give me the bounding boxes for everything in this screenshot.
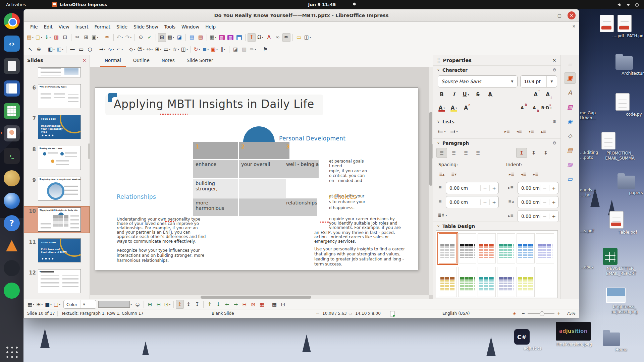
heading-personal-development[interactable]: Personal Development [279,135,345,142]
border-color-combobox[interactable]: Color ▼ [63,300,96,309]
dropdown-arrow-icon[interactable]: ▼ [546,76,557,87]
zoom-in-button[interactable]: + [557,311,560,316]
desktop-icon[interactable]: NEWSLETTER_EMAIL_REPORT [603,248,640,276]
dropdown-arrow-icon[interactable]: ▾ [310,36,311,39]
dropdown-arrow-icon[interactable]: ▾ [143,48,145,51]
chrome[interactable] [4,13,20,29]
insert-row-below[interactable]: ↓▾ [214,300,222,309]
undo[interactable]: ↶▾ [116,33,124,42]
decrease-stepper[interactable]: − [480,185,489,191]
slide-thumb-6[interactable]: 6 The 16 Personality Types The 16 Person… [24,83,90,110]
font-size-value[interactable]: 10.9 pt [521,79,546,84]
table-cell[interactable]: your overall [239,160,284,178]
spelling[interactable]: ✓▾ [146,33,154,42]
dropdown-arrow-icon[interactable]: ▾ [169,48,170,51]
clear-formatting[interactable]: A✕ ▾ [461,103,471,113]
collapse-icon[interactable]: ∨ [437,68,440,72]
tab-animation[interactable]: ▥ [564,159,576,170]
career-choices-text-2[interactable]: Use your personality insights to find a … [314,231,405,267]
ordered-list[interactable]: ≕▾ [448,126,459,136]
redo[interactable]: ↷▾ [124,33,132,42]
slide-thumbnail[interactable]: Criticisms and Limitations of MBTI YOUR … [38,238,81,262]
underline[interactable]: U▾ [461,89,471,100]
wine-app[interactable] [4,170,20,186]
relationships-text-2[interactable]: Recognize how your type influences youri… [117,233,204,263]
sidebar-grip-icon[interactable]: ⣿ [437,58,440,63]
close-button[interactable]: ✕ [568,11,576,19]
dropdown-arrow-icon[interactable]: ▾ [41,36,42,39]
slide-canvas[interactable]: Applying MBTI Insights in Daily Life Per… [90,67,429,295]
align-left[interactable]: ≡ [436,148,447,158]
menu-item[interactable]: View [56,23,72,31]
help[interactable]: ? [4,215,20,231]
select-table[interactable]: ▦▾ [270,300,278,309]
align-center[interactable]: ≡ [448,148,459,158]
table-cell[interactable]: 1 [193,142,238,159]
slide-thumb-11[interactable]: 11 Criticisms and Limitations of MBTI YO… [24,237,90,264]
table-cell[interactable] [239,198,284,216]
desktop-icon[interactable]: Table.pdf [609,211,644,235]
tab-shapes[interactable]: ◇ [564,130,576,141]
dropdown-arrow-icon[interactable]: ▾ [32,36,34,39]
flowchart-shapes[interactable]: ⊞▾ [154,45,162,54]
dropdown-arrow-icon[interactable]: ▾ [216,48,218,51]
decrease-font-size[interactable]: A↓ [542,89,553,100]
insert-table[interactable]: ▦▾ [209,33,217,42]
section-lists[interactable]: Lists [442,119,454,124]
snap-guides[interactable]: ▦▾ [167,33,175,42]
dropdown-arrow-icon[interactable]: ▾ [151,48,153,51]
desktop-icon[interactable]: Architecture [615,53,644,76]
italic[interactable]: I▾ [448,89,459,100]
save[interactable]: ⇓▾ [44,33,52,42]
subscript[interactable]: AB▾ [529,103,540,113]
menu-item[interactable]: File [27,23,41,31]
sidebar-menu[interactable]: ≡ [564,58,576,69]
merge-cells[interactable]: ⊞▾ [146,300,154,309]
promote[interactable]: ◂≣ [514,126,525,136]
spotify[interactable] [4,283,20,299]
style-red[interactable] [478,233,496,263]
distribution[interactable]: ∥▾ [219,45,227,54]
insert-textbox[interactable]: T▾ [248,33,256,42]
split-cells[interactable]: ⊟▾ [155,300,163,309]
minimize-button[interactable]: — [543,11,551,19]
fill-color-swatch[interactable] [98,301,130,308]
sidebar-close-icon[interactable]: ✕ [552,58,556,63]
section-settings-icon[interactable]: ⚙ [552,140,556,145]
align-objects[interactable]: ≡▾ [202,45,210,54]
slide-thumb-8[interactable]: 8 Taking the MBTI Test Taking the MBTI T… [24,144,90,171]
menu-item[interactable]: Insert [72,23,92,31]
hanging-indent[interactable]: ▸≣ [530,169,541,179]
dropdown-arrow-icon[interactable]: ▾ [134,48,135,51]
menu-item[interactable]: Help [202,23,219,31]
slide-thumbnail[interactable]: Taking the MBTI Test Taking the MBTI Tes… [38,146,81,170]
border-color[interactable]: ■▾ [44,300,52,309]
tab-gallery[interactable]: ▨ [564,101,576,113]
first-line-indent-field[interactable]: 0.00 cm − + [518,210,558,222]
below-paragraph-spacing-field[interactable]: 0.00 cm − + [446,196,499,208]
style-teal[interactable] [497,233,515,263]
dropdown-arrow-icon[interactable]: ▾ [207,48,209,51]
dropdown-arrow-icon[interactable]: ▾ [173,36,174,39]
above-paragraph-spacing-field[interactable]: 0.00 cm − + [446,182,499,194]
slide-count-status[interactable]: Slide 10 of 17 [27,311,55,316]
dropdown-arrow-icon[interactable]: ▾ [199,48,200,51]
display-views[interactable]: ◫▾ [304,33,312,42]
insert-row-above[interactable]: ↑▾ [206,300,214,309]
section-character[interactable]: Character [442,67,468,73]
curves-polygons[interactable]: ∿▾ [107,45,115,54]
insert-image[interactable]: ▨▾ [218,33,226,42]
style-cyan[interactable] [478,267,496,297]
connectors[interactable]: ⌐▾ [116,45,124,54]
border-style[interactable]: ⊞▾ [36,300,44,309]
style-yellow[interactable] [517,267,535,297]
libreoffice-calc[interactable] [4,103,20,119]
libreoffice-impress[interactable] [4,125,20,141]
block-arrows[interactable]: ⇔▾ [146,45,154,54]
view-tab[interactable]: Notes [157,55,179,67]
borders[interactable]: □▾ [53,300,61,309]
menu-item[interactable]: Edit [41,23,56,31]
fontwork[interactable]: A▾ [265,33,273,42]
table-cell[interactable]: building stronger, [193,179,238,198]
zoom-level[interactable]: 75% [567,311,576,316]
